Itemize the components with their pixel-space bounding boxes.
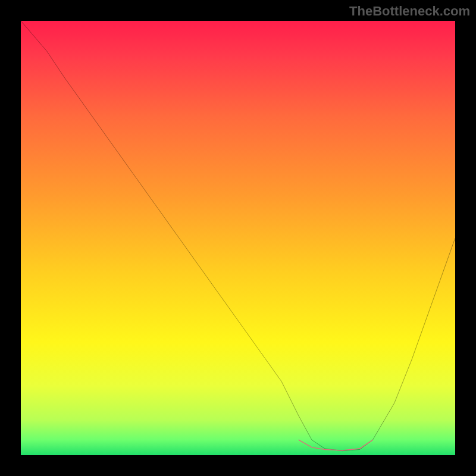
bottleneck-curve — [21, 21, 455, 451]
optimal-band — [299, 440, 372, 450]
curve-layer — [21, 21, 455, 455]
plot-area — [21, 21, 455, 455]
watermark-text: TheBottleneck.com — [349, 4, 470, 19]
chart-frame: TheBottleneck.com — [0, 0, 476, 476]
